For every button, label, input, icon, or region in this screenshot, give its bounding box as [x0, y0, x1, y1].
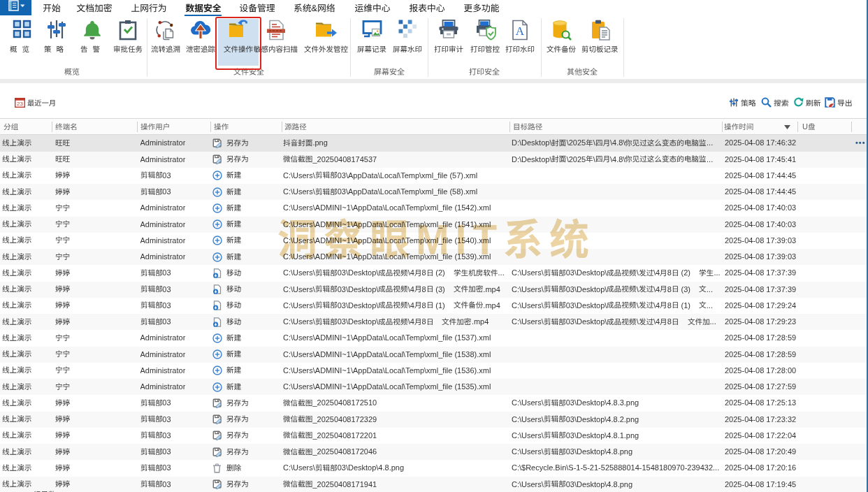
- svg-text:A: A: [516, 24, 525, 38]
- svg-text:23: 23: [17, 101, 23, 107]
